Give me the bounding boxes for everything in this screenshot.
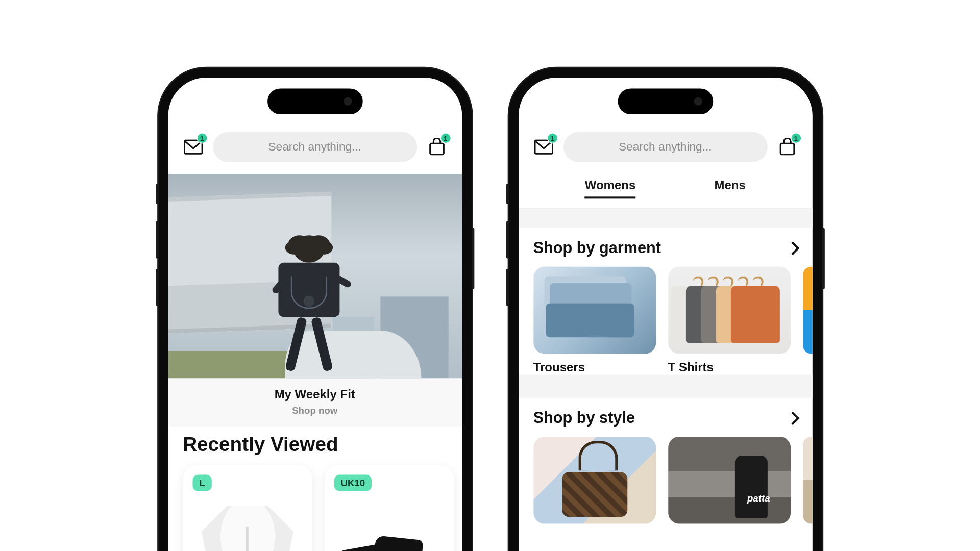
phone-left: 1 Search anything... 1 [158, 68, 471, 551]
svg-rect-3 [780, 143, 794, 154]
section-label: Shop by style [533, 409, 635, 427]
side-button [156, 221, 158, 258]
tile-image [668, 267, 791, 354]
tile-image [533, 437, 656, 524]
style-tile[interactable] [668, 437, 791, 524]
tab-womens[interactable]: Womens [585, 178, 636, 198]
svg-rect-1 [430, 143, 444, 154]
hero-title: My Weekly Fit [168, 388, 462, 402]
phone-right: 1 Search anything... 1 Womens [509, 68, 822, 551]
shop-by-garment-header[interactable]: Shop by garment [518, 228, 812, 267]
screen: 1 Search anything... 1 [168, 78, 462, 551]
search-input[interactable]: Search anything... [563, 132, 767, 162]
style-row[interactable] [518, 437, 812, 524]
messages-button[interactable]: 1 [183, 137, 203, 157]
style-tile-peek[interactable] [803, 437, 813, 524]
gender-tabs: Womens Mens [518, 174, 812, 209]
hero-image[interactable] [168, 174, 462, 378]
tile-label: T Shirts [668, 354, 791, 374]
chevron-right-icon [786, 411, 799, 424]
tile-label: Trousers [533, 354, 656, 374]
recent-card[interactable]: L [183, 465, 312, 551]
header-row: 1 Search anything... 1 [518, 125, 812, 174]
garment-tile-tshirts[interactable]: T Shirts [668, 267, 791, 375]
recently-viewed-title: Recently Viewed [168, 427, 462, 465]
messages-badge: 1 [547, 133, 557, 143]
hero-cta: Shop now [168, 405, 462, 415]
search-placeholder: Search anything... [619, 140, 712, 154]
side-button [506, 269, 508, 306]
chevron-right-icon [786, 241, 799, 255]
style-tile[interactable] [533, 437, 656, 524]
header-row: 1 Search anything... 1 [168, 125, 462, 174]
messages-button[interactable]: 1 [533, 137, 554, 157]
messages-badge: 1 [197, 133, 207, 143]
side-button [471, 228, 474, 289]
tab-mens[interactable]: Mens [714, 178, 745, 198]
garment-tile-peek[interactable] [803, 267, 813, 354]
bag-button[interactable]: 1 [426, 137, 447, 157]
recently-viewed-row[interactable]: L UK10 [168, 465, 462, 551]
bag-badge: 1 [440, 133, 451, 143]
search-input[interactable]: Search anything... [213, 132, 417, 162]
screen: 1 Search anything... 1 Womens [518, 78, 812, 551]
divider [518, 209, 812, 228]
search-placeholder: Search anything... [268, 140, 361, 154]
stage: 1 Search anything... 1 [0, 0, 980, 551]
side-button [822, 228, 824, 289]
side-button [506, 184, 508, 204]
product-image [197, 506, 299, 551]
garment-row[interactable]: Trousers T Shirts [518, 267, 812, 375]
shop-by-style-header[interactable]: Shop by style [518, 398, 812, 437]
hero-caption[interactable]: My Weekly Fit Shop now [168, 378, 462, 427]
side-button [156, 184, 158, 204]
side-button [156, 269, 158, 306]
section-label: Shop by garment [533, 239, 661, 257]
notch [267, 88, 362, 114]
divider [518, 375, 812, 398]
bag-button[interactable]: 1 [777, 137, 797, 157]
home-content: 1 Search anything... 1 [168, 78, 462, 551]
tile-image [668, 437, 791, 524]
tile-image [533, 267, 656, 354]
browse-content: 1 Search anything... 1 Womens [518, 78, 812, 551]
garment-tile-trousers[interactable]: Trousers [533, 267, 656, 375]
size-badge: UK10 [334, 475, 372, 491]
notch [618, 88, 713, 114]
size-badge: L [192, 475, 212, 491]
product-image [331, 513, 447, 551]
recent-card[interactable]: UK10 [324, 465, 453, 551]
side-button [506, 221, 508, 258]
bag-badge: 1 [791, 133, 801, 143]
